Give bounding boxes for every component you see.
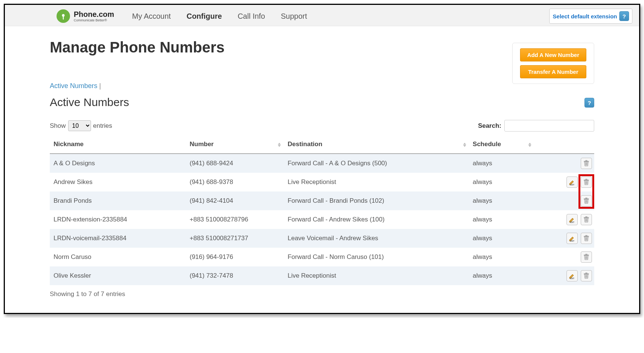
delete-button[interactable] [581, 251, 592, 263]
cell-schedule: always [469, 229, 534, 248]
cell-schedule: always [469, 248, 534, 266]
actions-card: Add A New Number Transfer A Number [512, 43, 594, 84]
cell-nickname: Andrew Sikes [50, 173, 186, 191]
delete-button[interactable] [581, 195, 592, 206]
table-row: Brandi Ponds(941) 842-4104Forward Call -… [50, 191, 594, 210]
svg-rect-2 [586, 160, 587, 161]
cell-number: (941) 688-9378 [186, 173, 284, 191]
delete-button[interactable] [581, 270, 592, 281]
help-icon[interactable]: ? [584, 98, 594, 108]
cell-destination: Leave Voicemail - Andrew Sikes [284, 229, 469, 248]
table-info: Showing 1 to 7 of 7 entries [50, 290, 594, 298]
cell-schedule: always [469, 210, 534, 229]
svg-text:EDIT: EDIT [570, 221, 574, 223]
table-row: Olive Kessler(941) 732-7478Live Receptio… [50, 266, 594, 285]
edit-button[interactable]: EDIT [566, 214, 578, 225]
edit-button[interactable]: EDIT [566, 270, 578, 281]
table-controls: Show 102550100 entries Search: [50, 120, 594, 132]
svg-rect-25 [586, 235, 587, 236]
table-row: Norm Caruso(916) 964-9176Forward Call - … [50, 248, 594, 266]
show-prefix: Show [50, 122, 66, 130]
cell-schedule: always [469, 191, 534, 210]
add-number-button[interactable]: Add A New Number [520, 48, 586, 61]
svg-rect-8 [586, 179, 587, 180]
cell-nickname: Olive Kessler [50, 266, 186, 285]
delete-button[interactable] [581, 158, 592, 169]
cell-actions: EDIT [534, 173, 594, 191]
show-suffix: entries [93, 122, 112, 130]
cell-actions: EDIT [534, 229, 594, 248]
cell-destination: Forward Call - A & O Designs (500) [284, 154, 469, 173]
main-nav: My Account Configure Call Info Support [132, 12, 307, 21]
cell-actions [534, 248, 594, 266]
svg-text:EDIT: EDIT [570, 277, 574, 280]
search-input[interactable] [504, 120, 594, 132]
nav-call-info[interactable]: Call Info [238, 12, 265, 21]
cell-destination: Forward Call - Andrew Sikes (100) [284, 210, 469, 229]
delete-button[interactable] [581, 176, 592, 188]
cell-nickname: LRDN-extension-2335884 [50, 210, 186, 229]
cell-number: (916) 964-9176 [186, 248, 284, 266]
transfer-number-button[interactable]: Transfer A Number [520, 65, 586, 78]
svg-text:EDIT: EDIT [570, 240, 574, 242]
delete-button[interactable] [581, 214, 592, 225]
edit-button[interactable]: EDIT [566, 176, 578, 188]
cell-number: (941) 688-9424 [186, 154, 284, 173]
svg-rect-36 [586, 273, 587, 274]
cell-number: +883 510008278796 [186, 210, 284, 229]
cell-number: (941) 842-4104 [186, 191, 284, 210]
svg-rect-19 [586, 217, 587, 217]
col-destination[interactable]: Destination [284, 137, 469, 154]
top-bar: Phone.com Communicate Better® My Account… [5, 5, 639, 26]
cell-number: +883 510008271737 [186, 229, 284, 248]
svg-rect-13 [586, 198, 587, 199]
table-row: Andrew Sikes(941) 688-9378Live Reception… [50, 173, 594, 191]
brand-tagline: Communicate Better® [74, 19, 114, 22]
default-extension-label: Select default extension [553, 13, 617, 19]
svg-rect-30 [586, 254, 587, 255]
nav-support[interactable]: Support [281, 12, 307, 21]
cell-actions: EDIT [534, 266, 594, 285]
phone-icon [57, 9, 70, 23]
help-icon[interactable]: ? [619, 11, 629, 21]
cell-nickname: Norm Caruso [50, 248, 186, 266]
brand-name: Phone.com [74, 10, 114, 18]
cell-actions [534, 154, 594, 173]
nav-my-account[interactable]: My Account [132, 12, 171, 21]
cell-nickname: A & O Designs [50, 154, 186, 173]
table-row: LRDN-extension-2335884+883 510008278796F… [50, 210, 594, 229]
svg-text:EDIT: EDIT [570, 184, 574, 186]
cell-number: (941) 732-7478 [186, 266, 284, 285]
col-number[interactable]: Number [186, 137, 284, 154]
col-nickname[interactable]: Nickname [50, 137, 186, 154]
cell-schedule: always [469, 154, 534, 173]
col-schedule[interactable]: Schedule [469, 137, 534, 154]
cell-schedule: always [469, 266, 534, 285]
nav-configure[interactable]: Configure [186, 12, 222, 21]
page-size-select[interactable]: 102550100 [68, 120, 91, 131]
cell-actions [534, 191, 594, 210]
breadcrumb-active-numbers[interactable]: Active Numbers [50, 82, 97, 90]
cell-nickname: LRDN-voicemail-2335884 [50, 229, 186, 248]
section-title: Active Numbers [50, 96, 129, 109]
cell-nickname: Brandi Ponds [50, 191, 186, 210]
brand-logo: Phone.com Communicate Better® [57, 9, 114, 23]
cell-schedule: always [469, 173, 534, 191]
cell-destination: Live Receptionist [284, 266, 469, 285]
numbers-table: Nickname Number Destination Schedule A &… [50, 137, 594, 285]
delete-button[interactable] [581, 233, 592, 244]
edit-button[interactable]: EDIT [566, 233, 578, 244]
cell-destination: Forward Call - Norm Caruso (101) [284, 248, 469, 266]
table-row: A & O Designs(941) 688-9424Forward Call … [50, 154, 594, 173]
table-row: LRDN-voicemail-2335884+883 510008271737L… [50, 229, 594, 248]
cell-destination: Live Receptionist [284, 173, 469, 191]
search-label: Search: [478, 122, 501, 130]
cell-destination: Forward Call - Brandi Ponds (102) [284, 191, 469, 210]
default-extension-select[interactable]: Select default extension ? [549, 9, 632, 24]
cell-actions: EDIT [534, 210, 594, 229]
